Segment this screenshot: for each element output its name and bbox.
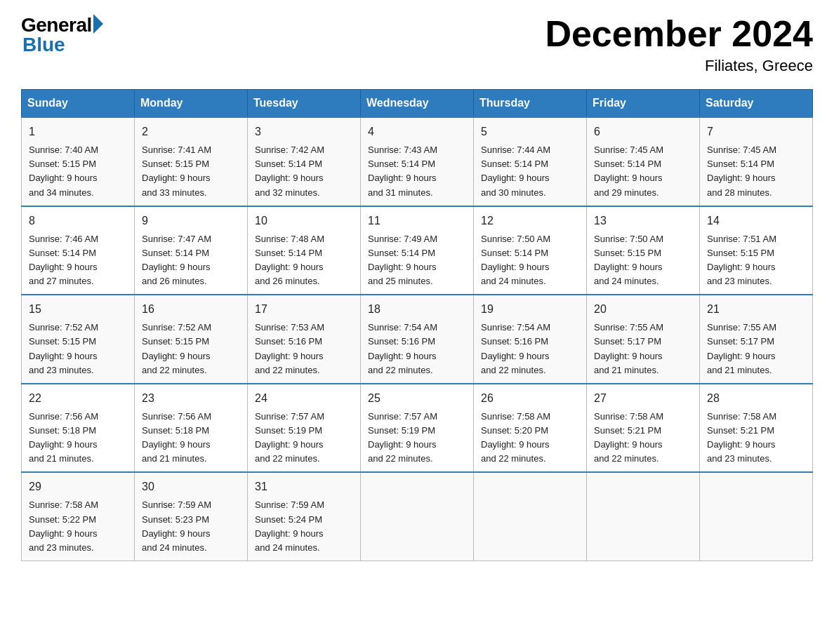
day-info: Sunrise: 7:58 AMSunset: 5:21 PMDaylight:… — [707, 411, 776, 464]
day-number: 19 — [481, 301, 579, 318]
calendar-day-cell — [587, 472, 700, 561]
day-number: 26 — [481, 390, 579, 407]
calendar-header-wednesday: Wednesday — [361, 90, 474, 118]
day-info: Sunrise: 7:58 AMSunset: 5:22 PMDaylight:… — [29, 499, 98, 552]
day-number: 10 — [255, 213, 353, 229]
day-number: 11 — [368, 213, 466, 229]
calendar-title: December 2024 — [545, 14, 813, 54]
day-info: Sunrise: 7:49 AMSunset: 5:14 PMDaylight:… — [368, 234, 437, 286]
day-number: 6 — [594, 123, 692, 140]
day-number: 2 — [142, 123, 240, 140]
calendar-day-cell: 15Sunrise: 7:52 AMSunset: 5:15 PMDayligh… — [22, 295, 135, 384]
calendar-day-cell: 20Sunrise: 7:55 AMSunset: 5:17 PMDayligh… — [587, 295, 700, 384]
day-info: Sunrise: 7:56 AMSunset: 5:18 PMDaylight:… — [142, 411, 211, 464]
calendar-day-cell: 23Sunrise: 7:56 AMSunset: 5:18 PMDayligh… — [135, 384, 248, 473]
calendar-day-cell: 27Sunrise: 7:58 AMSunset: 5:21 PMDayligh… — [587, 384, 700, 473]
day-number: 29 — [29, 478, 127, 495]
calendar-day-cell: 13Sunrise: 7:50 AMSunset: 5:15 PMDayligh… — [587, 206, 700, 295]
day-number: 5 — [481, 123, 579, 140]
calendar-day-cell: 31Sunrise: 7:59 AMSunset: 5:24 PMDayligh… — [248, 472, 361, 561]
day-number: 15 — [29, 301, 127, 318]
calendar-day-cell: 8Sunrise: 7:46 AMSunset: 5:14 PMDaylight… — [22, 206, 135, 295]
calendar-day-cell: 24Sunrise: 7:57 AMSunset: 5:19 PMDayligh… — [248, 384, 361, 473]
day-info: Sunrise: 7:52 AMSunset: 5:15 PMDaylight:… — [142, 322, 211, 375]
calendar-day-cell: 26Sunrise: 7:58 AMSunset: 5:20 PMDayligh… — [474, 384, 587, 473]
day-info: Sunrise: 7:54 AMSunset: 5:16 PMDaylight:… — [481, 322, 550, 375]
page-header: General Blue December 2024 Filiates, Gre… — [21, 14, 813, 75]
logo: General Blue — [21, 14, 103, 56]
day-info: Sunrise: 7:45 AMSunset: 5:14 PMDaylight:… — [594, 145, 663, 197]
logo-blue-text: Blue — [22, 34, 65, 56]
day-number: 20 — [594, 301, 692, 318]
day-info: Sunrise: 7:57 AMSunset: 5:19 PMDaylight:… — [368, 411, 437, 464]
calendar-subtitle: Filiates, Greece — [545, 57, 813, 75]
calendar-day-cell: 9Sunrise: 7:47 AMSunset: 5:14 PMDaylight… — [135, 206, 248, 295]
calendar-day-cell: 19Sunrise: 7:54 AMSunset: 5:16 PMDayligh… — [474, 295, 587, 384]
day-number: 21 — [707, 301, 805, 318]
day-number: 7 — [707, 123, 805, 140]
day-info: Sunrise: 7:50 AMSunset: 5:15 PMDaylight:… — [594, 234, 663, 286]
calendar-day-cell: 12Sunrise: 7:50 AMSunset: 5:14 PMDayligh… — [474, 206, 587, 295]
day-number: 31 — [255, 478, 353, 495]
calendar-week-row: 15Sunrise: 7:52 AMSunset: 5:15 PMDayligh… — [22, 295, 813, 384]
calendar-day-cell: 16Sunrise: 7:52 AMSunset: 5:15 PMDayligh… — [135, 295, 248, 384]
day-info: Sunrise: 7:46 AMSunset: 5:14 PMDaylight:… — [29, 234, 98, 286]
day-info: Sunrise: 7:44 AMSunset: 5:14 PMDaylight:… — [481, 145, 550, 197]
day-number: 13 — [594, 213, 692, 229]
day-info: Sunrise: 7:50 AMSunset: 5:14 PMDaylight:… — [481, 234, 550, 286]
calendar-table: SundayMondayTuesdayWednesdayThursdayFrid… — [21, 89, 813, 561]
day-info: Sunrise: 7:47 AMSunset: 5:14 PMDaylight:… — [142, 234, 211, 286]
day-info: Sunrise: 7:56 AMSunset: 5:18 PMDaylight:… — [29, 411, 98, 464]
day-info: Sunrise: 7:57 AMSunset: 5:19 PMDaylight:… — [255, 411, 324, 464]
calendar-week-row: 8Sunrise: 7:46 AMSunset: 5:14 PMDaylight… — [22, 206, 813, 295]
day-number: 3 — [255, 123, 353, 140]
day-info: Sunrise: 7:48 AMSunset: 5:14 PMDaylight:… — [255, 234, 324, 286]
day-info: Sunrise: 7:42 AMSunset: 5:14 PMDaylight:… — [255, 145, 324, 197]
day-number: 25 — [368, 390, 466, 407]
calendar-day-cell: 21Sunrise: 7:55 AMSunset: 5:17 PMDayligh… — [700, 295, 813, 384]
day-number: 14 — [707, 213, 805, 229]
day-info: Sunrise: 7:51 AMSunset: 5:15 PMDaylight:… — [707, 234, 776, 286]
calendar-day-cell: 1Sunrise: 7:40 AMSunset: 5:15 PMDaylight… — [22, 117, 135, 206]
day-info: Sunrise: 7:59 AMSunset: 5:24 PMDaylight:… — [255, 499, 324, 552]
calendar-day-cell: 11Sunrise: 7:49 AMSunset: 5:14 PMDayligh… — [361, 206, 474, 295]
day-number: 1 — [29, 123, 127, 140]
calendar-day-cell: 5Sunrise: 7:44 AMSunset: 5:14 PMDaylight… — [474, 117, 587, 206]
calendar-day-cell — [474, 472, 587, 561]
calendar-day-cell: 25Sunrise: 7:57 AMSunset: 5:19 PMDayligh… — [361, 384, 474, 473]
calendar-day-cell: 2Sunrise: 7:41 AMSunset: 5:15 PMDaylight… — [135, 117, 248, 206]
calendar-day-cell: 29Sunrise: 7:58 AMSunset: 5:22 PMDayligh… — [22, 472, 135, 561]
calendar-header-row: SundayMondayTuesdayWednesdayThursdayFrid… — [22, 90, 813, 118]
calendar-day-cell: 18Sunrise: 7:54 AMSunset: 5:16 PMDayligh… — [361, 295, 474, 384]
day-number: 28 — [707, 390, 805, 407]
calendar-day-cell: 22Sunrise: 7:56 AMSunset: 5:18 PMDayligh… — [22, 384, 135, 473]
calendar-day-cell: 7Sunrise: 7:45 AMSunset: 5:14 PMDaylight… — [700, 117, 813, 206]
calendar-header-monday: Monday — [135, 90, 248, 118]
calendar-day-cell: 14Sunrise: 7:51 AMSunset: 5:15 PMDayligh… — [700, 206, 813, 295]
calendar-header-tuesday: Tuesday — [248, 90, 361, 118]
day-info: Sunrise: 7:41 AMSunset: 5:15 PMDaylight:… — [142, 145, 211, 197]
day-number: 8 — [29, 213, 127, 229]
calendar-header-sunday: Sunday — [22, 90, 135, 118]
calendar-day-cell: 28Sunrise: 7:58 AMSunset: 5:21 PMDayligh… — [700, 384, 813, 473]
title-block: December 2024 Filiates, Greece — [545, 14, 813, 75]
day-number: 9 — [142, 213, 240, 229]
day-number: 30 — [142, 478, 240, 495]
day-info: Sunrise: 7:54 AMSunset: 5:16 PMDaylight:… — [368, 322, 437, 375]
calendar-week-row: 1Sunrise: 7:40 AMSunset: 5:15 PMDaylight… — [22, 117, 813, 206]
day-number: 17 — [255, 301, 353, 318]
calendar-day-cell: 10Sunrise: 7:48 AMSunset: 5:14 PMDayligh… — [248, 206, 361, 295]
calendar-week-row: 29Sunrise: 7:58 AMSunset: 5:22 PMDayligh… — [22, 472, 813, 561]
day-info: Sunrise: 7:55 AMSunset: 5:17 PMDaylight:… — [707, 322, 776, 375]
day-number: 16 — [142, 301, 240, 318]
day-number: 12 — [481, 213, 579, 229]
day-info: Sunrise: 7:58 AMSunset: 5:20 PMDaylight:… — [481, 411, 550, 464]
calendar-day-cell — [361, 472, 474, 561]
day-info: Sunrise: 7:52 AMSunset: 5:15 PMDaylight:… — [29, 322, 98, 375]
day-number: 18 — [368, 301, 466, 318]
day-info: Sunrise: 7:55 AMSunset: 5:17 PMDaylight:… — [594, 322, 663, 375]
day-number: 22 — [29, 390, 127, 407]
day-info: Sunrise: 7:58 AMSunset: 5:21 PMDaylight:… — [594, 411, 663, 464]
calendar-header-friday: Friday — [587, 90, 700, 118]
calendar-day-cell — [700, 472, 813, 561]
